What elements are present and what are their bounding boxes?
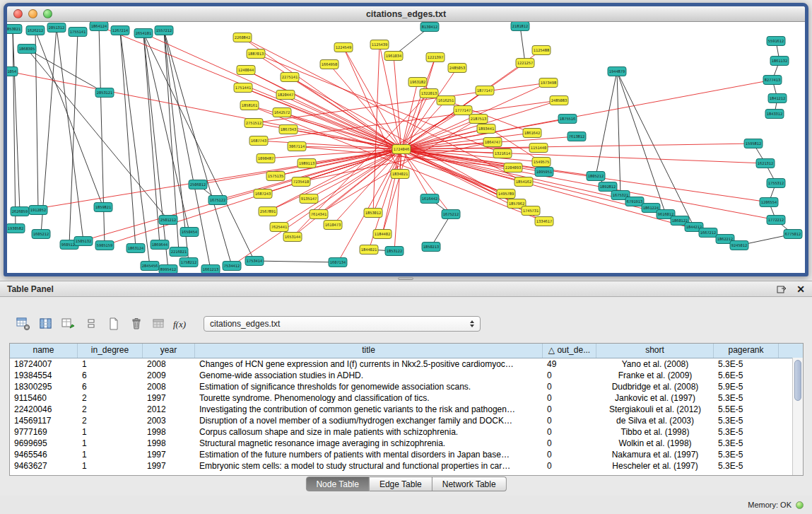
graph-node[interactable]: 1853021 <box>7 25 22 34</box>
vertical-scrollbar[interactable] <box>792 358 803 475</box>
graph-node[interactable]: 1495789 <box>497 189 515 199</box>
graph-node[interactable]: 1864124 <box>90 22 108 31</box>
graph-node[interactable]: 1758212 <box>180 258 198 267</box>
graph-node[interactable]: 2187513 <box>469 115 488 124</box>
graph-node[interactable]: 1859821 <box>94 203 112 212</box>
graph-node[interactable]: 1675122 <box>208 196 227 205</box>
table-selector[interactable]: citations_edges.txt <box>204 316 481 332</box>
graph-node[interactable]: 2751512 <box>245 119 263 128</box>
graph-node[interactable]: 1963182 <box>408 78 427 87</box>
graph-node[interactable]: 8130412 <box>420 23 439 32</box>
delete-column-button[interactable] <box>127 315 146 333</box>
graph-node[interactable]: 1653144 <box>283 233 302 242</box>
graph-node[interactable]: 1805212 <box>587 172 605 181</box>
graph-node[interactable]: 2654101 <box>134 29 153 38</box>
graph-node[interactable]: 1240044 <box>237 66 255 75</box>
tab-network-table[interactable]: Network Table <box>433 477 507 491</box>
table-row[interactable]: 911546021997Tourette syndrome. Phenomeno… <box>10 392 803 404</box>
graph-node[interactable]: 1930582 <box>7 224 25 233</box>
graph-node[interactable]: 1841212 <box>768 94 787 103</box>
graph-node[interactable]: 1687743 <box>249 136 268 146</box>
zoom-button[interactable] <box>43 9 52 18</box>
graph-node[interactable]: 1650454 <box>180 228 199 237</box>
graph-node[interactable]: 1892812 <box>599 182 617 192</box>
table-row[interactable]: 977716911998Corpus callosum shape and si… <box>10 426 803 438</box>
create-column-button[interactable] <box>105 315 123 333</box>
graph-node[interactable]: 2567891 <box>259 207 277 216</box>
graph-node[interactable]: 1944879 <box>608 67 626 76</box>
graph-node[interactable]: 1989113 <box>298 159 316 168</box>
graph-node[interactable]: 1505132 <box>74 237 93 246</box>
graph-node[interactable]: 2181812 <box>511 22 529 31</box>
graph-node[interactable]: 1221257 <box>516 59 534 68</box>
graph-node[interactable]: 1184402 <box>373 230 392 239</box>
graph-node[interactable]: 1893441 <box>477 124 495 134</box>
graph-node[interactable]: 6775012 <box>784 230 802 239</box>
table-row[interactable]: 946554611997Estimation of the future num… <box>10 449 803 460</box>
graph-node[interactable]: 1868305 <box>18 45 36 54</box>
minimize-button[interactable] <box>28 9 37 18</box>
graph-node[interactable]: 1221397 <box>426 53 445 62</box>
graph-node[interactable]: 2216021 <box>170 247 188 257</box>
graph-node[interactable]: 1322013 <box>420 89 438 98</box>
network-canvas[interactable]: 2260842188701312400441751441185816127515… <box>7 22 805 273</box>
graph-node[interactable]: 2485083 <box>550 96 568 105</box>
graph-node[interactable]: 1843312 <box>765 110 784 119</box>
graph-node[interactable]: 2485053 <box>448 64 466 73</box>
table-row[interactable]: 1872400712008Changes of HCN gene express… <box>10 358 803 370</box>
graph-node[interactable]: 1753414 <box>245 257 264 266</box>
graph-node[interactable]: 2260842 <box>233 33 252 42</box>
graph-node[interactable]: 1853122 <box>385 247 404 256</box>
graph-node[interactable]: 8277413 <box>763 76 782 85</box>
graph-node[interactable]: 1869644 <box>151 240 169 250</box>
column-header-name[interactable]: name <box>10 344 78 358</box>
graph-node[interactable]: 5905159 <box>95 241 114 250</box>
table-mode-button[interactable] <box>14 315 33 333</box>
graph-node[interactable]: 2506012 <box>189 180 207 189</box>
table-row[interactable]: 1456911722003Disruption of a novel membe… <box>10 415 803 426</box>
close-button[interactable] <box>13 9 23 18</box>
graph-node[interactable]: 1549575 <box>532 158 551 167</box>
graph-node[interactable]: 1973498 <box>539 78 558 88</box>
graph-node[interactable]: 7625441 <box>270 223 288 232</box>
graph-node[interactable]: 1664950 <box>320 60 339 69</box>
graph-node[interactable]: 1206554 <box>760 198 778 207</box>
graph-node[interactable]: 2051312 <box>47 23 66 33</box>
graph-node[interactable]: 1125488 <box>532 46 551 55</box>
graph-node[interactable]: 1667212 <box>699 228 717 238</box>
graph-node[interactable]: 1595812 <box>744 139 763 148</box>
graph-node[interactable]: 1575135 <box>266 172 285 181</box>
close-panel-icon[interactable]: ✕ <box>796 284 805 294</box>
graph-node[interactable]: 1642572 <box>273 108 291 117</box>
column-header-out_de[interactable]: △ out_de... <box>543 344 596 358</box>
column-header-pagerank[interactable]: pagerank <box>714 344 779 358</box>
graph-node[interactable]: 1755141 <box>69 28 87 37</box>
scrollbar-thumb[interactable] <box>794 360 801 401</box>
graph-node[interactable]: 2845456 <box>141 262 159 271</box>
graph-node[interactable]: 1867343 <box>279 125 298 134</box>
graph-node[interactable]: 1610473 <box>324 221 342 230</box>
table-row[interactable]: 969969511998Structural magnetic resonanc… <box>10 438 803 449</box>
graph-node[interactable]: 1887013 <box>247 49 265 59</box>
graph-node[interactable]: 1064747 <box>483 138 502 147</box>
graph-node[interactable]: 1607134 <box>329 258 347 267</box>
tab-node-table[interactable]: Node Table <box>305 477 370 491</box>
graph-node[interactable]: 1616251 <box>437 96 455 105</box>
graph-node[interactable]: 2204093 <box>504 163 522 173</box>
column-header-year[interactable]: year <box>143 344 195 358</box>
graph-node[interactable]: 1745731 <box>522 206 540 216</box>
citation-graph[interactable]: 2260842188701312400441751441185816127515… <box>7 22 805 273</box>
graph-node[interactable]: 7614341 <box>310 210 328 219</box>
graph-node[interactable]: 1090487 <box>257 154 275 163</box>
graph-node[interactable]: 1605212 <box>32 230 50 239</box>
edit-columns-button[interactable] <box>59 315 78 333</box>
graph-node[interactable]: 1557212 <box>155 26 173 35</box>
graph-node[interactable]: 7613812 <box>567 132 586 141</box>
import-table-button[interactable] <box>150 315 168 333</box>
graph-node[interactable]: 1863124 <box>126 244 145 253</box>
graph-node[interactable]: 1675212 <box>442 210 460 219</box>
graph-node[interactable]: 9245012 <box>730 241 748 250</box>
graph-node[interactable]: 1751441 <box>234 83 252 93</box>
splitter-grip-icon[interactable] <box>398 277 413 280</box>
float-panel-icon[interactable] <box>777 284 787 293</box>
